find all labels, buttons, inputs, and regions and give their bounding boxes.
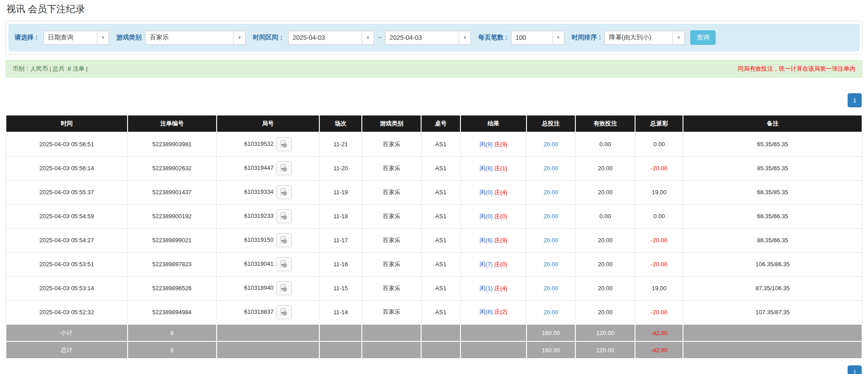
cell-bet-id: 522389902632 [128,156,217,180]
cell-game: 百家乐 [362,204,421,228]
video-replay-button[interactable] [276,209,292,223]
cell-table-no: AS1 [421,252,460,276]
subtotal-row: 小计8160.00120.00-42.00 [6,324,862,341]
date-from-select[interactable]: 2025-04-03 ▼ [288,31,374,45]
total-bet-link[interactable]: 20.00 [544,165,559,172]
totals-count: 8 [128,324,217,341]
cell-note: 65.35/65.35 [683,132,862,156]
cell-round-id: 610318837 [217,300,319,324]
totals-label: 总计 [6,341,128,359]
chevron-down-icon[interactable]: ▼ [97,31,109,44]
chevron-down-icon[interactable]: ▼ [362,31,374,44]
cell-note: 87.35/106.35 [683,276,862,300]
totals-empty-cell [362,324,421,341]
col-header-payout: 总派彩 [635,115,683,132]
film-icon [280,260,288,269]
chevron-down-icon[interactable]: ▼ [673,31,684,44]
round-id-text: 610319334 [244,188,274,195]
totals-valid-bet: 120.00 [575,324,636,341]
date-to-select[interactable]: 2025-04-03 ▼ [385,31,471,45]
filter-label-game-category: 游戏类别 [116,34,142,42]
game-category-select[interactable]: 百家乐 ▼ [145,31,246,45]
total-bet-link[interactable]: 20.00 [544,237,559,244]
total-bet-link[interactable]: 20.00 [544,285,559,292]
cell-table-no: AS1 [421,228,460,252]
cell-result: 闲(9) 庄(9) [460,132,526,156]
result-player: 闲(9) [479,141,493,148]
table-row: 2025-04-03 05:54:59522389900192610319233… [6,204,862,228]
cell-session: 11-17 [319,228,362,252]
query-type-select[interactable]: 日期查询 ▼ [43,31,109,45]
total-bet-link[interactable]: 20.00 [544,141,559,148]
result-banker: 庄(9) [494,141,508,148]
cell-total-bet: 20.00 [526,276,575,300]
table-row: 2025-04-03 05:54:27522389899021610319150… [6,228,862,252]
cell-total-bet: 20.00 [526,156,575,180]
total-bet-link[interactable]: 20.00 [544,309,559,316]
cell-table-no: AS1 [421,180,460,204]
cell-round-id: 610319233 [217,204,319,228]
video-replay-button[interactable] [276,137,292,151]
round-id-text: 610319532 [244,140,274,147]
table-body: 2025-04-03 05:56:51522389903981610319532… [6,132,862,324]
totals-empty-cell [217,341,319,359]
round-id-text: 610319150 [244,236,274,243]
result-player: 闲(7) [479,261,493,268]
round-id-text: 610318837 [244,308,274,315]
cell-valid-bet: 20.00 [575,228,636,252]
film-icon [280,308,288,316]
cell-bet-id: 522389900192 [128,204,217,228]
cell-payout: 0.00 [635,204,683,228]
video-replay-button[interactable] [276,161,292,175]
cell-table-no: AS1 [421,300,460,324]
totals-valid-bet: 120.00 [575,341,636,359]
cell-time: 2025-04-03 05:56:51 [6,132,128,156]
betting-records-page: 视讯 会员下注纪录 请选择： 日期查询 ▼ 游戏类别 百家乐 ▼ 时间区间： 2… [0,0,868,374]
film-icon [280,188,288,197]
cell-note: 86.35/66.35 [683,228,862,252]
query-button[interactable]: 查询 [690,30,716,45]
page-1-button[interactable]: 1 [848,93,862,107]
video-replay-button[interactable] [276,233,292,247]
filter-panel: 请选择： 日期查询 ▼ 游戏类别 百家乐 ▼ 时间区间： 2025-04-03 … [5,21,863,54]
table-row: 2025-04-03 05:55:37522389901437610319334… [6,180,862,204]
cell-payout: -20.00 [635,252,683,276]
cell-bet-id: 522389896526 [128,276,217,300]
page-size-select[interactable]: 100 ▼ [511,31,564,45]
total-bet-link[interactable]: 20.00 [544,189,559,196]
video-replay-button[interactable] [276,257,292,271]
result-player: 闲(1) [479,285,493,292]
cell-result: 闲(8) 庄(1) [460,156,526,180]
cell-time: 2025-04-03 05:53:51 [6,252,128,276]
cell-bet-id: 522389897823 [128,252,217,276]
chevron-down-icon[interactable]: ▼ [552,31,564,44]
cell-round-id: 610318940 [217,276,319,300]
video-replay-button[interactable] [276,281,292,295]
cell-total-bet: 20.00 [526,204,575,228]
total-bet-link[interactable]: 20.00 [544,261,559,268]
cell-session: 11-16 [319,252,362,276]
chevron-down-icon[interactable]: ▼ [459,31,470,44]
cell-game: 百家乐 [362,180,421,204]
table-row: 2025-04-03 05:56:51522389903981610319532… [6,132,862,156]
total-bet-link[interactable]: 20.00 [544,213,559,220]
cell-valid-bet: 20.00 [575,276,636,300]
video-replay-button[interactable] [276,185,292,199]
cell-round-id: 610319532 [217,132,319,156]
chevron-down-icon[interactable]: ▼ [233,31,245,44]
table-row: 2025-04-03 05:56:14522389902632610319447… [6,156,862,180]
cell-time: 2025-04-03 05:52:32 [6,300,128,324]
totals-empty-cell [683,324,862,341]
page-1-button[interactable]: 1 [848,365,862,374]
time-sort-select[interactable]: 降幂(由大到小) ▼ [604,31,685,45]
game-category-value: 百家乐 [146,31,233,44]
cell-note: 85.35/65.35 [683,156,862,180]
filter-label-time-sort: 时间排序 : [572,34,601,42]
video-replay-button[interactable] [276,305,292,319]
filter-label-select-type: 请选择： [14,34,40,42]
col-header-result: 结果 [460,115,526,132]
cell-session: 11-20 [319,156,362,180]
cell-total-bet: 20.00 [526,252,575,276]
col-header-session: 场次 [319,115,362,132]
table-row: 2025-04-03 05:52:32522389894984610318837… [6,300,862,324]
